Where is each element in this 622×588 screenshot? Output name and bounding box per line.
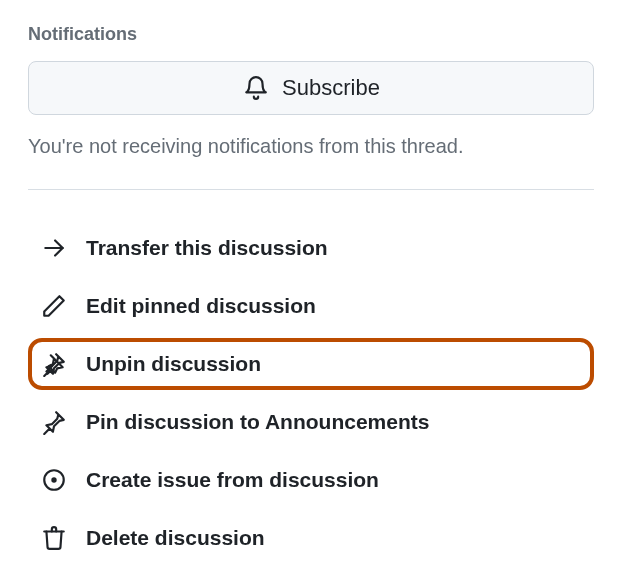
action-label: Delete discussion: [86, 526, 265, 550]
create-issue-action[interactable]: Create issue from discussion: [28, 454, 594, 506]
svg-point-2: [51, 477, 56, 482]
action-label: Unpin discussion: [86, 352, 261, 376]
notifications-panel: Notifications Subscribe You're not recei…: [28, 24, 594, 564]
bell-icon: [242, 74, 270, 102]
delete-discussion-action[interactable]: Delete discussion: [28, 512, 594, 564]
notifications-title: Notifications: [28, 24, 594, 45]
edit-pinned-action[interactable]: Edit pinned discussion: [28, 280, 594, 332]
action-label: Create issue from discussion: [86, 468, 379, 492]
divider: [28, 189, 594, 190]
pencil-icon: [40, 292, 68, 320]
issue-icon: [40, 466, 68, 494]
action-label: Edit pinned discussion: [86, 294, 316, 318]
subscribe-button[interactable]: Subscribe: [28, 61, 594, 115]
pin-icon: [40, 408, 68, 436]
transfer-discussion-action[interactable]: Transfer this discussion: [28, 222, 594, 274]
subscribe-label: Subscribe: [282, 75, 380, 101]
arrow-right-icon: [40, 234, 68, 262]
action-label: Pin discussion to Announcements: [86, 410, 429, 434]
pin-icon: [40, 350, 68, 378]
pin-announcements-action[interactable]: Pin discussion to Announcements: [28, 396, 594, 448]
action-label: Transfer this discussion: [86, 236, 328, 260]
notifications-hint: You're not receiving notifications from …: [28, 131, 594, 161]
trash-icon: [40, 524, 68, 552]
unpin-discussion-action[interactable]: Unpin discussion: [28, 338, 594, 390]
actions-list: Transfer this discussion Edit pinned dis…: [28, 222, 594, 564]
